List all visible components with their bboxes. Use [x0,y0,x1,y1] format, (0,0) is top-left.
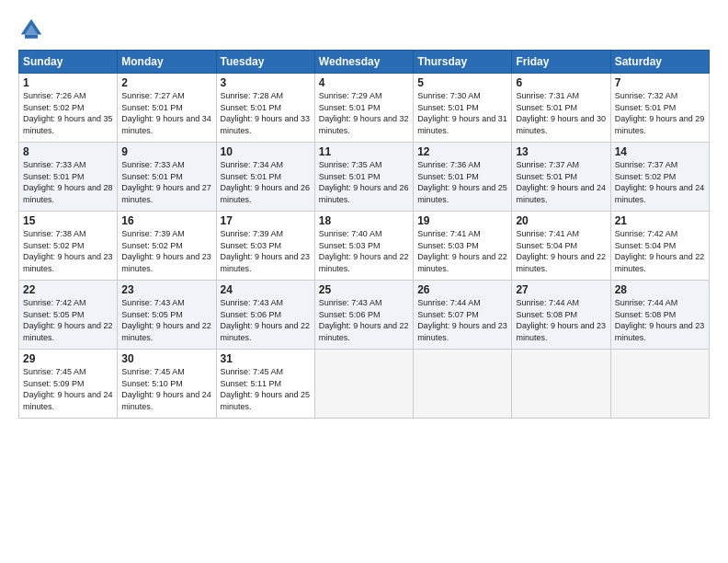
day-detail: Sunrise: 7:39 AMSunset: 5:03 PMDaylight:… [221,229,311,273]
calendar-week-row: 1 Sunrise: 7:26 AMSunset: 5:02 PMDayligh… [19,74,710,143]
table-row [512,350,610,419]
day-detail: Sunrise: 7:43 AMSunset: 5:06 PMDaylight:… [319,298,409,342]
day-detail: Sunrise: 7:28 AMSunset: 5:01 PMDaylight:… [221,91,311,135]
table-row: 3 Sunrise: 7:28 AMSunset: 5:01 PMDayligh… [216,74,314,143]
table-row: 22 Sunrise: 7:42 AMSunset: 5:05 PMDaylig… [19,281,118,350]
day-detail: Sunrise: 7:35 AMSunset: 5:01 PMDaylight:… [319,160,409,204]
table-row: 16 Sunrise: 7:39 AMSunset: 5:02 PMDaylig… [118,212,216,281]
day-number: 2 [121,76,211,89]
table-row: 1 Sunrise: 7:26 AMSunset: 5:02 PMDayligh… [19,74,118,143]
table-row: 11 Sunrise: 7:35 AMSunset: 5:01 PMDaylig… [314,143,413,212]
table-row: 17 Sunrise: 7:39 AMSunset: 5:03 PMDaylig… [216,212,314,281]
col-tuesday: Tuesday [216,51,314,74]
day-number: 23 [121,283,211,296]
day-detail: Sunrise: 7:34 AMSunset: 5:01 PMDaylight:… [221,160,311,204]
day-detail: Sunrise: 7:31 AMSunset: 5:01 PMDaylight:… [516,91,606,135]
logo-icon [18,17,44,42]
table-row: 13 Sunrise: 7:37 AMSunset: 5:01 PMDaylig… [512,143,610,212]
table-row: 5 Sunrise: 7:30 AMSunset: 5:01 PMDayligh… [414,74,512,143]
svg-rect-2 [25,35,38,39]
day-detail: Sunrise: 7:44 AMSunset: 5:07 PMDaylight:… [417,298,507,342]
day-number: 5 [417,76,507,89]
calendar-week-row: 22 Sunrise: 7:42 AMSunset: 5:05 PMDaylig… [19,281,710,350]
day-number: 10 [221,145,311,158]
col-saturday: Saturday [610,51,709,74]
table-row: 4 Sunrise: 7:29 AMSunset: 5:01 PMDayligh… [314,74,413,143]
table-row: 6 Sunrise: 7:31 AMSunset: 5:01 PMDayligh… [512,74,610,143]
day-number: 8 [23,145,113,158]
day-number: 30 [121,352,211,365]
day-detail: Sunrise: 7:37 AMSunset: 5:02 PMDaylight:… [615,160,705,204]
day-number: 20 [516,214,606,227]
day-number: 14 [615,145,705,158]
day-number: 29 [23,352,113,365]
table-row: 21 Sunrise: 7:42 AMSunset: 5:04 PMDaylig… [610,212,709,281]
table-row: 18 Sunrise: 7:40 AMSunset: 5:03 PMDaylig… [314,212,413,281]
day-detail: Sunrise: 7:37 AMSunset: 5:01 PMDaylight:… [516,160,606,204]
table-row: 14 Sunrise: 7:37 AMSunset: 5:02 PMDaylig… [610,143,709,212]
day-number: 28 [615,283,705,296]
table-row: 10 Sunrise: 7:34 AMSunset: 5:01 PMDaylig… [216,143,314,212]
table-row: 8 Sunrise: 7:33 AMSunset: 5:01 PMDayligh… [19,143,118,212]
day-number: 27 [516,283,606,296]
table-row: 15 Sunrise: 7:38 AMSunset: 5:02 PMDaylig… [19,212,118,281]
table-row: 31 Sunrise: 7:45 AMSunset: 5:11 PMDaylig… [216,350,314,419]
logo [18,17,48,42]
day-detail: Sunrise: 7:41 AMSunset: 5:04 PMDaylight:… [516,229,606,273]
table-row: 9 Sunrise: 7:33 AMSunset: 5:01 PMDayligh… [118,143,216,212]
calendar-week-row: 8 Sunrise: 7:33 AMSunset: 5:01 PMDayligh… [19,143,710,212]
day-detail: Sunrise: 7:39 AMSunset: 5:02 PMDaylight:… [121,229,211,273]
day-number: 22 [23,283,113,296]
table-row: 24 Sunrise: 7:43 AMSunset: 5:06 PMDaylig… [216,281,314,350]
day-number: 18 [319,214,409,227]
day-detail: Sunrise: 7:44 AMSunset: 5:08 PMDaylight:… [615,298,705,342]
day-detail: Sunrise: 7:45 AMSunset: 5:11 PMDaylight:… [221,367,311,411]
day-number: 4 [319,76,409,89]
day-number: 9 [121,145,211,158]
day-number: 26 [417,283,507,296]
calendar-week-row: 29 Sunrise: 7:45 AMSunset: 5:09 PMDaylig… [19,350,710,419]
day-detail: Sunrise: 7:45 AMSunset: 5:09 PMDaylight:… [23,367,113,411]
day-detail: Sunrise: 7:32 AMSunset: 5:01 PMDaylight:… [615,91,705,135]
col-sunday: Sunday [19,51,118,74]
day-number: 7 [615,76,705,89]
table-row: 29 Sunrise: 7:45 AMSunset: 5:09 PMDaylig… [19,350,118,419]
header [18,17,710,42]
day-detail: Sunrise: 7:27 AMSunset: 5:01 PMDaylight:… [121,91,211,135]
day-number: 6 [516,76,606,89]
day-number: 16 [121,214,211,227]
day-detail: Sunrise: 7:33 AMSunset: 5:01 PMDaylight:… [121,160,211,204]
day-number: 17 [221,214,311,227]
col-wednesday: Wednesday [314,51,413,74]
day-number: 1 [23,76,113,89]
table-row [314,350,413,419]
day-detail: Sunrise: 7:42 AMSunset: 5:04 PMDaylight:… [615,229,705,273]
day-detail: Sunrise: 7:41 AMSunset: 5:03 PMDaylight:… [417,229,507,273]
day-detail: Sunrise: 7:38 AMSunset: 5:02 PMDaylight:… [23,229,113,273]
table-row: 30 Sunrise: 7:45 AMSunset: 5:10 PMDaylig… [118,350,216,419]
calendar-table: Sunday Monday Tuesday Wednesday Thursday… [18,50,710,419]
day-detail: Sunrise: 7:36 AMSunset: 5:01 PMDaylight:… [417,160,507,204]
day-detail: Sunrise: 7:40 AMSunset: 5:03 PMDaylight:… [319,229,409,273]
table-row: 20 Sunrise: 7:41 AMSunset: 5:04 PMDaylig… [512,212,610,281]
day-detail: Sunrise: 7:29 AMSunset: 5:01 PMDaylight:… [319,91,409,135]
table-row: 28 Sunrise: 7:44 AMSunset: 5:08 PMDaylig… [610,281,709,350]
table-row: 7 Sunrise: 7:32 AMSunset: 5:01 PMDayligh… [610,74,709,143]
table-row: 19 Sunrise: 7:41 AMSunset: 5:03 PMDaylig… [414,212,512,281]
day-detail: Sunrise: 7:45 AMSunset: 5:10 PMDaylight:… [121,367,211,411]
calendar-header-row: Sunday Monday Tuesday Wednesday Thursday… [19,51,710,74]
table-row [414,350,512,419]
day-number: 21 [615,214,705,227]
page: Sunday Monday Tuesday Wednesday Thursday… [0,0,728,563]
table-row [610,350,709,419]
table-row: 2 Sunrise: 7:27 AMSunset: 5:01 PMDayligh… [118,74,216,143]
col-friday: Friday [512,51,610,74]
day-detail: Sunrise: 7:26 AMSunset: 5:02 PMDaylight:… [23,91,113,135]
day-detail: Sunrise: 7:42 AMSunset: 5:05 PMDaylight:… [23,298,113,342]
day-detail: Sunrise: 7:30 AMSunset: 5:01 PMDaylight:… [417,91,507,135]
day-detail: Sunrise: 7:44 AMSunset: 5:08 PMDaylight:… [516,298,606,342]
day-number: 24 [221,283,311,296]
day-number: 19 [417,214,507,227]
day-number: 12 [417,145,507,158]
table-row: 25 Sunrise: 7:43 AMSunset: 5:06 PMDaylig… [314,281,413,350]
